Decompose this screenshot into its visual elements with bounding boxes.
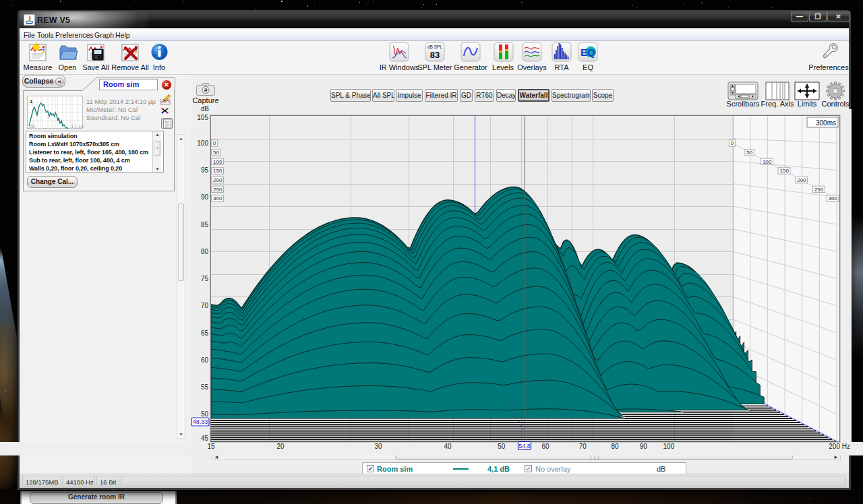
- svg-text:1: 1: [30, 98, 33, 104]
- svg-text:17,1k: 17,1k: [71, 123, 84, 129]
- svg-text:83: 83: [430, 50, 440, 60]
- svg-text:dB SPL: dB SPL: [427, 44, 442, 49]
- svg-text:EQ: EQ: [581, 46, 595, 58]
- svg-text:20: 20: [29, 123, 35, 129]
